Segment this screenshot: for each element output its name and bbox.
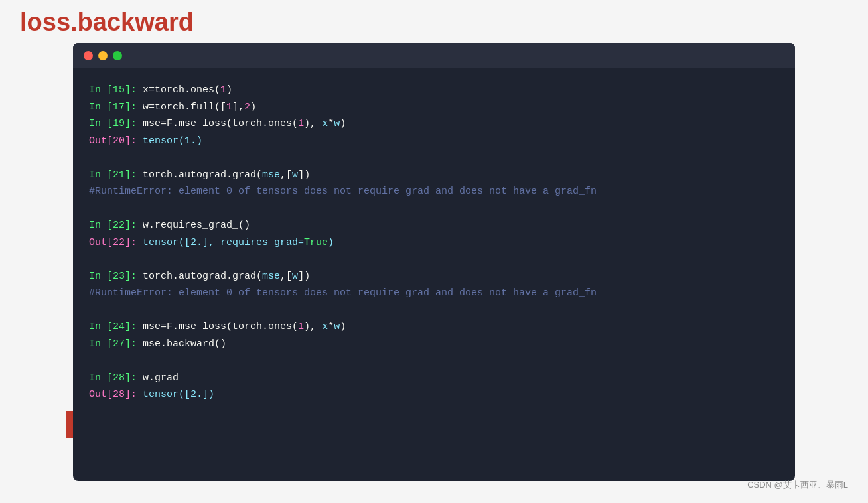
- code-line: #RuntimeError: element 0 of tensors does…: [89, 183, 779, 200]
- watermark: CSDN @艾卡西亚、暴雨L: [747, 479, 848, 491]
- red-marker: [66, 411, 73, 438]
- code-line: In [17]: w=torch.full([1],2): [89, 99, 779, 116]
- code-line: In [23]: torch.autograd.grad(mse,[w]): [89, 268, 779, 285]
- code-line: [89, 149, 779, 167]
- dot-yellow-icon: [98, 51, 108, 60]
- code-line: [89, 352, 779, 370]
- code-line: In [15]: x=torch.ones(1): [89, 82, 779, 99]
- code-line: #RuntimeError: element 0 of tensors does…: [89, 285, 779, 302]
- code-line: In [22]: w.requires_grad_(): [89, 217, 779, 234]
- terminal-titlebar: [73, 43, 795, 68]
- code-line: In [27]: mse.backward(): [89, 336, 779, 353]
- dot-red-icon: [84, 51, 93, 60]
- dot-green-icon: [113, 51, 122, 60]
- code-line: [89, 302, 779, 319]
- terminal-container: In [15]: x=torch.ones(1) In [17]: w=torc…: [73, 43, 795, 481]
- page-title: loss.backward: [0, 0, 868, 43]
- code-line: In [28]: w.grad: [89, 370, 779, 387]
- code-line: [89, 200, 779, 218]
- code-line: Out[28]: tensor([2.]): [89, 386, 779, 403]
- code-line: In [21]: torch.autograd.grad(mse,[w]): [89, 167, 779, 184]
- code-line: In [24]: mse=F.mse_loss(torch.ones(1), x…: [89, 319, 779, 336]
- code-line: [89, 251, 779, 268]
- code-line: Out[22]: tensor([2.], requires_grad=True…: [89, 234, 779, 252]
- terminal-body: In [15]: x=torch.ones(1) In [17]: w=torc…: [73, 68, 795, 417]
- code-line: Out[20]: tensor(1.): [89, 133, 779, 150]
- code-line: In [19]: mse=F.mse_loss(torch.ones(1), x…: [89, 115, 779, 133]
